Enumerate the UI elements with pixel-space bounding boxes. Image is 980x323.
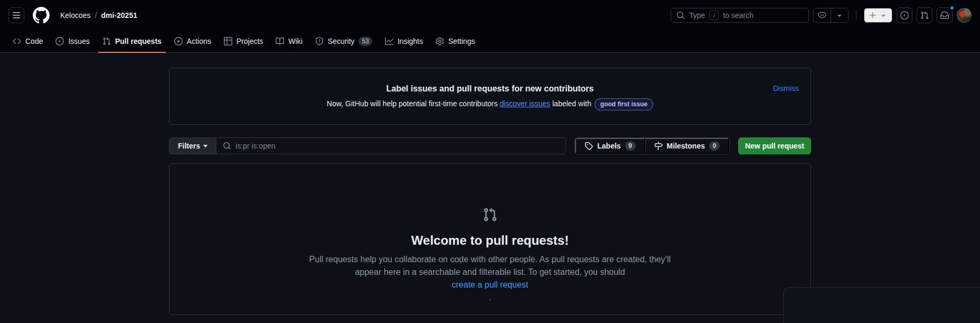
tab-label: Insights bbox=[398, 37, 423, 45]
pr-search-input[interactable] bbox=[235, 142, 559, 150]
labels-button-label: Labels bbox=[597, 142, 620, 150]
blankslate-title: Welcome to pull requests! bbox=[169, 233, 811, 248]
plus-icon bbox=[869, 11, 877, 20]
tag-icon bbox=[585, 142, 593, 150]
tab-insights[interactable]: Insights bbox=[381, 30, 427, 52]
labels-milestones-group: Labels 9 Milestones 0 bbox=[574, 137, 730, 154]
chevron-down-icon bbox=[879, 11, 888, 20]
git-pull-request-icon bbox=[920, 11, 929, 20]
tab-actions[interactable]: Actions bbox=[170, 30, 215, 52]
git-pull-request-icon bbox=[483, 207, 497, 222]
filters-dropdown-button[interactable]: Filters bbox=[169, 137, 216, 154]
filters-button-label: Filters bbox=[178, 142, 200, 150]
global-issues-button[interactable] bbox=[897, 7, 912, 23]
breadcrumb-owner-link[interactable]: Kelocoes bbox=[60, 11, 91, 20]
banner-title: Label issues and pull requests for new c… bbox=[178, 84, 802, 94]
tab-label: Code bbox=[25, 37, 43, 45]
search-placeholder-suffix: to search bbox=[723, 11, 753, 20]
blankslate-body: Pull requests help you collaborate on co… bbox=[169, 253, 811, 304]
blankslate-line1: Pull requests help you collaborate on co… bbox=[169, 253, 811, 266]
issue-opened-icon bbox=[55, 37, 64, 45]
blankslate: Welcome to pull requests! Pull requests … bbox=[169, 164, 811, 304]
graph-icon bbox=[385, 37, 393, 45]
issue-opened-icon bbox=[900, 11, 909, 20]
filter-search-group: Filters bbox=[169, 137, 566, 154]
first-contributors-banner: Label issues and pull requests for new c… bbox=[169, 68, 811, 125]
tab-label: Security bbox=[328, 37, 355, 45]
tab-projects[interactable]: Projects bbox=[220, 30, 268, 52]
github-mark-icon bbox=[33, 7, 50, 24]
git-pull-request-icon bbox=[102, 37, 111, 45]
table-icon bbox=[224, 37, 232, 45]
banner-body-middle: labeled with bbox=[550, 99, 593, 108]
tab-issues[interactable]: Issues bbox=[51, 30, 93, 52]
dismiss-button[interactable]: Dismiss bbox=[773, 84, 799, 93]
copilot-icon bbox=[818, 11, 826, 20]
good-first-issue-label[interactable]: good first issue bbox=[595, 98, 653, 110]
tab-label: Pull requests bbox=[115, 37, 162, 45]
tab-label: Actions bbox=[187, 37, 211, 45]
milestone-icon bbox=[654, 142, 663, 150]
inbox-icon bbox=[940, 11, 949, 20]
banner-body-prefix: Now, GitHub will help potential first-ti… bbox=[327, 99, 500, 108]
labels-button[interactable]: Labels 9 bbox=[575, 138, 645, 154]
pull-requests-panel: Welcome to pull requests! Pull requests … bbox=[169, 163, 811, 315]
new-pull-request-button[interactable]: New pull request bbox=[738, 137, 811, 154]
book-icon bbox=[276, 37, 284, 45]
tab-security[interactable]: Security 53 bbox=[311, 30, 376, 52]
app-header: Kelocoes / dmi-20251 Type / to search bbox=[0, 0, 980, 53]
slash-key-hint: / bbox=[709, 11, 719, 20]
play-icon bbox=[174, 37, 183, 45]
hamburger-menu-button[interactable] bbox=[8, 7, 24, 23]
copilot-split-button bbox=[813, 8, 849, 23]
corner-overlay-panel bbox=[783, 287, 980, 323]
tab-wiki[interactable]: Wiki bbox=[271, 30, 306, 52]
discover-issues-link[interactable]: discover issues bbox=[500, 99, 550, 108]
breadcrumb-repo-link[interactable]: dmi-20251 bbox=[101, 11, 137, 20]
repo-nav: Code Issues Pull requests Actions Projec… bbox=[0, 30, 980, 53]
chevron-down-icon bbox=[835, 11, 844, 20]
tab-label: Projects bbox=[237, 37, 263, 45]
three-bars-icon bbox=[12, 11, 21, 20]
milestones-button-label: Milestones bbox=[667, 142, 705, 150]
labels-count-badge: 9 bbox=[625, 141, 636, 151]
pr-search-field bbox=[216, 137, 566, 154]
copilot-button[interactable] bbox=[814, 8, 831, 22]
search-placeholder-prefix: Type bbox=[689, 11, 705, 20]
code-icon bbox=[13, 37, 21, 45]
banner-body: Now, GitHub will help potential first-ti… bbox=[178, 98, 802, 110]
tab-label: Issues bbox=[68, 37, 89, 45]
create-pull-request-link[interactable]: create a pull request bbox=[452, 280, 529, 289]
header-top-row: Kelocoes / dmi-20251 Type / to search bbox=[0, 0, 980, 30]
search-icon bbox=[223, 142, 231, 150]
header-divider bbox=[856, 10, 856, 21]
main-content: Label issues and pull requests for new c… bbox=[169, 68, 811, 315]
copilot-dropdown-button[interactable] bbox=[831, 8, 848, 22]
tab-label: Wiki bbox=[288, 37, 302, 45]
tab-settings[interactable]: Settings bbox=[431, 30, 479, 52]
gear-icon bbox=[436, 37, 444, 45]
user-avatar[interactable] bbox=[957, 8, 972, 23]
notifications-wrap bbox=[937, 7, 953, 23]
breadcrumb-separator: / bbox=[95, 11, 97, 20]
search-icon bbox=[676, 11, 685, 20]
security-count-badge: 53 bbox=[359, 36, 372, 46]
global-search-button[interactable]: Type / to search bbox=[671, 8, 809, 23]
github-logo[interactable] bbox=[33, 7, 50, 24]
create-new-button[interactable] bbox=[864, 8, 892, 23]
tab-pull-requests[interactable]: Pull requests bbox=[98, 30, 166, 52]
unread-notifications-dot bbox=[949, 5, 955, 11]
tab-label: Settings bbox=[448, 37, 475, 45]
global-pull-requests-button[interactable] bbox=[917, 7, 932, 23]
chevron-down-icon bbox=[203, 145, 208, 147]
filter-toolbar: Filters Labels 9 Milestones 0 New pull r… bbox=[169, 137, 811, 154]
breadcrumb: Kelocoes / dmi-20251 bbox=[60, 11, 137, 20]
shield-icon bbox=[315, 37, 324, 45]
milestones-count-badge: 0 bbox=[709, 141, 720, 151]
blankslate-line2: appear here in a searchable and filterab… bbox=[169, 266, 811, 304]
tab-code[interactable]: Code bbox=[8, 30, 47, 52]
milestones-button[interactable]: Milestones 0 bbox=[645, 138, 729, 154]
